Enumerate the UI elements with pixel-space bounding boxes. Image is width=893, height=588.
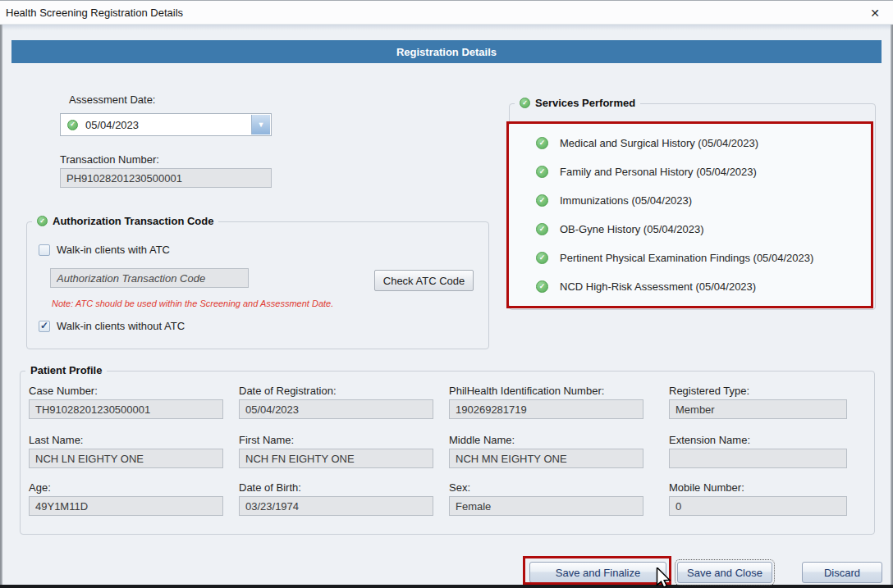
atc-groupbox: ✓ Authorization Transaction Code ✓ Walk-… — [26, 221, 489, 349]
field-case-number: Case Number: — [29, 385, 223, 419]
window-frame-left — [0, 25, 2, 585]
check-icon: ✓ — [536, 252, 548, 264]
check-icon: ✓ — [536, 166, 548, 178]
list-item: ✓ OB-Gyne History (05/04/2023) — [536, 223, 868, 235]
patient-profile-groupbox: Patient Profile Case Number: Date of Reg… — [20, 371, 875, 535]
title-bar: Health Screening Registration Details — [0, 1, 893, 25]
patient-profile-title-text: Patient Profile — [30, 364, 102, 376]
registration-details-header: Registration Details — [11, 40, 882, 63]
field-label: Case Number: — [29, 385, 223, 397]
field-value[interactable] — [239, 449, 433, 468]
field-mobile-number: Mobile Number: — [669, 481, 847, 516]
check-icon: ✓ — [37, 216, 48, 226]
field-extension-name: Extension Name: — [669, 434, 847, 468]
services-group-title-text: Services Performed — [535, 97, 635, 109]
field-first-name: First Name: — [239, 434, 433, 468]
transaction-number-label: Transaction Number: — [60, 153, 159, 166]
field-value[interactable] — [449, 449, 643, 468]
check-icon: ✓ — [536, 137, 548, 149]
field-registered-type: Registered Type: — [669, 385, 847, 419]
list-item: ✓ Family and Personal History (05/04/202… — [536, 166, 868, 178]
field-date-of-birth: Date of Birth: — [239, 481, 433, 516]
save-and-finalize-button[interactable]: Save and Finalize — [529, 562, 666, 583]
date-dropdown-button[interactable]: ▼ — [251, 115, 270, 134]
field-label: Mobile Number: — [669, 481, 847, 494]
service-label: NCD High-Risk Assessment (05/04/2023) — [560, 280, 756, 293]
atc-note: Note: ATC should be used within the Scre… — [52, 299, 333, 308]
field-label: Registered Type: — [669, 385, 847, 397]
field-label: Date of Birth: — [239, 481, 433, 494]
field-value[interactable] — [669, 496, 847, 516]
field-value[interactable] — [449, 399, 643, 419]
field-age: Age: — [29, 481, 223, 516]
discard-button[interactable]: Discard — [802, 562, 882, 583]
window-title: Health Screening Registration Details — [0, 7, 183, 19]
list-item: ✓ NCD High-Risk Assessment (05/04/2023) — [536, 280, 868, 293]
field-label: Extension Name: — [669, 434, 847, 446]
chevron-down-icon: ▼ — [258, 121, 265, 129]
list-item: ✓ Immunizations (05/04/2023) — [536, 194, 868, 207]
field-date-of-registration: Date of Registration: — [239, 385, 433, 419]
field-label: Date of Registration: — [239, 385, 433, 397]
services-group-title: ✓ Services Performed — [515, 97, 640, 109]
field-label: Middle Name: — [449, 434, 643, 446]
window-frame-bottom — [0, 585, 893, 588]
atc-group-title-text: Authorization Transaction Code — [53, 215, 213, 227]
field-value[interactable] — [449, 496, 643, 516]
services-list: ✓ Medical and Surgical History (05/04/20… — [509, 124, 871, 306]
field-value[interactable] — [669, 399, 847, 419]
service-label: Family and Personal History (05/04/2023) — [560, 166, 757, 178]
service-label: Immunizations (05/04/2023) — [560, 194, 692, 207]
walkin-with-atc-label: Walk-in clients with ATC — [57, 244, 170, 256]
field-last-name: Last Name: — [29, 434, 223, 468]
check-icon: ✓ — [67, 120, 78, 130]
walkin-with-atc-row[interactable]: ✓ Walk-in clients with ATC — [39, 244, 170, 256]
assessment-date-value: 05/04/2023 — [85, 119, 139, 131]
walkin-without-atc-checkbox[interactable]: ✓ — [39, 321, 50, 332]
atc-code-input[interactable] — [50, 268, 249, 288]
check-icon: ✓ — [520, 98, 530, 108]
header-title: Registration Details — [396, 46, 497, 58]
field-sex: Sex: — [449, 481, 643, 516]
checkmark-icon: ✓ — [40, 321, 48, 330]
service-label: Medical and Surgical History (05/04/2023… — [560, 137, 758, 149]
atc-group-title: ✓ Authorization Transaction Code — [32, 215, 218, 227]
service-label: Pertinent Physical Examination Findings … — [560, 252, 813, 264]
list-item: ✓ Medical and Surgical History (05/04/20… — [536, 137, 868, 149]
mouse-cursor-icon — [656, 567, 673, 587]
field-philhealth-id: PhilHealth Identification Number: — [449, 385, 643, 419]
close-icon: ✕ — [870, 7, 880, 20]
field-value[interactable] — [669, 449, 847, 468]
titlebar-divider — [2, 25, 891, 30]
walkin-with-atc-checkbox[interactable]: ✓ — [39, 244, 50, 256]
field-middle-name: Middle Name: — [449, 434, 643, 468]
field-value[interactable] — [29, 496, 223, 516]
service-label: OB-Gyne History (05/04/2023) — [560, 223, 704, 235]
check-icon: ✓ — [536, 280, 548, 293]
services-annotation-rectangle: ✓ Medical and Surgical History (05/04/20… — [506, 121, 873, 308]
assessment-date-label: Assessment Date: — [69, 93, 156, 106]
close-button[interactable]: ✕ — [865, 4, 885, 21]
field-label: Last Name: — [29, 434, 223, 446]
check-icon: ✓ — [536, 223, 548, 235]
check-atc-code-button[interactable]: Check ATC Code — [374, 270, 474, 291]
save-and-close-button[interactable]: Save and Close — [677, 562, 772, 583]
field-value[interactable] — [29, 449, 223, 468]
field-label: PhilHealth Identification Number: — [449, 385, 643, 397]
field-label: First Name: — [239, 434, 433, 446]
patient-profile-title: Patient Profile — [25, 364, 107, 376]
dialog-window: Health Screening Registration Details ✕ … — [0, 0, 893, 588]
walkin-without-atc-label: Walk-in clients without ATC — [57, 320, 185, 332]
check-icon: ✓ — [536, 194, 548, 207]
field-value[interactable] — [239, 496, 433, 516]
field-value[interactable] — [239, 399, 433, 419]
field-label: Age: — [29, 481, 223, 494]
list-item: ✓ Pertinent Physical Examination Finding… — [536, 252, 868, 264]
field-label: Sex: — [449, 481, 643, 494]
transaction-number-field[interactable] — [60, 168, 272, 188]
assessment-date-combo[interactable]: ✓ 05/04/2023 ▼ — [60, 113, 272, 136]
walkin-without-atc-row[interactable]: ✓ Walk-in clients without ATC — [39, 320, 185, 332]
field-value[interactable] — [29, 399, 223, 419]
